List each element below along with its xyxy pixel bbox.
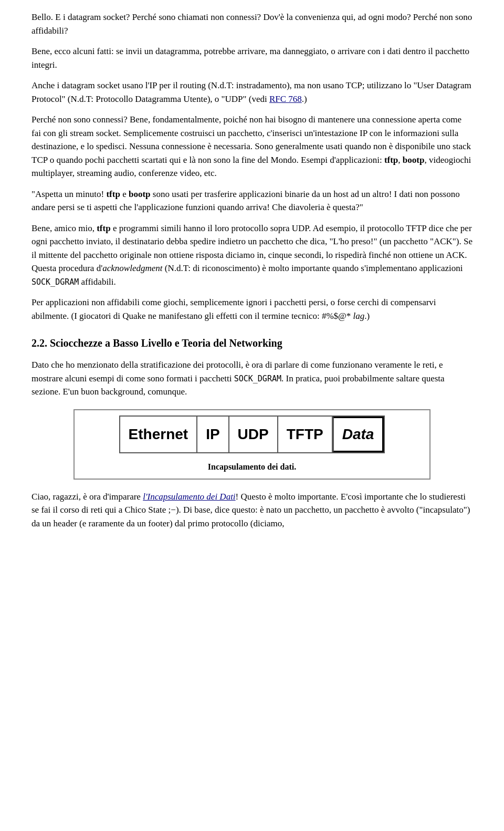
ethernet-cell: Ethernet xyxy=(120,417,198,452)
rfc768-link[interactable]: RFC 768 xyxy=(269,94,302,104)
tftp-bold-3: tftp xyxy=(97,223,110,233)
lag-italic: lag xyxy=(353,311,365,321)
section-heading-2-2: 2.2. Sciocchezze a Basso Livello e Teori… xyxy=(32,335,472,351)
encapsulation-link-text: l'Incapsulamento dei Dati xyxy=(143,492,235,502)
sock-dgram-code-2: SOCK_DGRAM xyxy=(234,374,281,383)
paragraph-2: Bene, ecco alcuni fatti: se invii un dat… xyxy=(32,45,472,71)
tftp-cell: TFTP xyxy=(278,417,333,452)
page-container: Bello. E i datagram socket? Perché sono … xyxy=(0,0,504,548)
tftp-bold-1: tftp xyxy=(384,155,398,165)
p3-link-text: RFC 768 xyxy=(269,94,302,104)
encapsulation-link[interactable]: l'Incapsulamento dei Dati xyxy=(143,492,235,502)
p1-text: Bello. E i datagram socket? Perché sono … xyxy=(32,12,472,36)
paragraph-9: Ciao, ragazzi, è ora d'imparare l'Incaps… xyxy=(32,490,472,531)
paragraph-6: Bene, amico mio, tftp e programmi simili… xyxy=(32,222,472,289)
acknowledgment-italic: acknowledgment xyxy=(102,263,162,273)
encapsulation-figure: Ethernet IP UDP TFTP Data Incapsulamento… xyxy=(74,409,430,480)
sock-dgram-code-1: SOCK_DGRAM xyxy=(32,277,79,287)
paragraph-7: Per applicazioni non affidabili come gio… xyxy=(32,296,472,323)
paragraph-1: Bello. E i datagram socket? Perché sono … xyxy=(32,11,472,37)
p3-end: .) xyxy=(302,94,307,104)
udp-cell: UDP xyxy=(229,417,278,452)
figure-caption: Incapsulamento dei dati. xyxy=(208,461,296,473)
encapsulation-diagram: Ethernet IP UDP TFTP Data xyxy=(119,416,385,453)
p2-text: Bene, ecco alcuni fatti: se invii un dat… xyxy=(32,46,469,70)
paragraph-4: Perché non sono connessi? Bene, fondamen… xyxy=(32,113,472,180)
data-cell: Data xyxy=(333,417,384,452)
paragraph-3: Anche i datagram socket usano l'IP per i… xyxy=(32,79,472,106)
bootp-bold-1: bootp xyxy=(403,155,425,165)
tftp-bold-2: tftp xyxy=(106,189,120,199)
p3-start: Anche i datagram socket usano l'IP per i… xyxy=(32,80,471,104)
paragraph-5: "Aspetta un minuto! tftp e bootp sono us… xyxy=(32,188,472,214)
paragraph-8: Dato che ho menzionato della stratificaz… xyxy=(32,358,472,399)
bootp-bold-2: bootp xyxy=(129,189,151,199)
ip-cell: IP xyxy=(197,417,229,452)
